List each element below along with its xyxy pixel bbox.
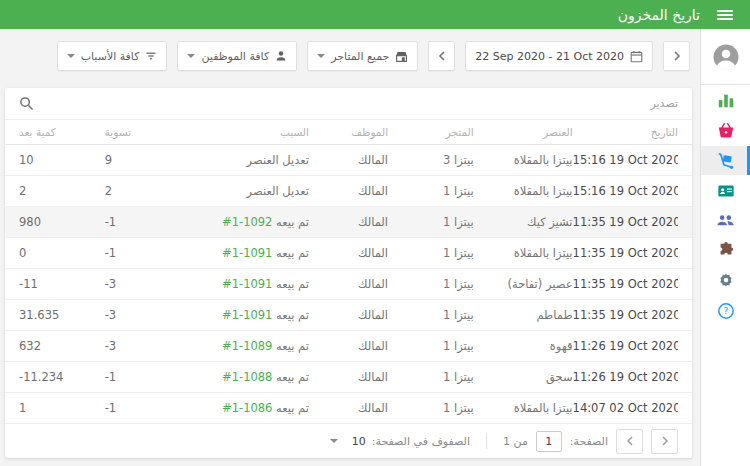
cell-store: بيتزا 1 [388,246,474,260]
reasons-filter-dropdown[interactable]: كافة الأسباب [57,41,168,71]
export-button[interactable]: تصدير [650,97,678,110]
chevron-right-icon [661,436,669,446]
gear-icon [717,272,735,290]
cell-stock-after: 980 [19,215,105,229]
cell-employee: المالك [309,215,388,229]
next-page-button[interactable] [651,429,678,454]
chevron-down-icon [67,54,75,58]
cell-date: 11:35 19 Oct 2020 [573,215,678,229]
column-header-store: المتجر [388,126,474,138]
receipt-link[interactable]: #1-1091 [222,308,272,322]
sidebar-item-apps[interactable] [701,236,750,265]
sidebar-item-settings[interactable] [701,266,750,295]
reason-text: تم بيعه [276,215,309,229]
help-icon: ? [717,302,735,320]
cell-employee: المالك [309,308,388,322]
cell-item: بيتزا بالمقلاة [474,153,573,167]
reasons-filter-label: كافة الأسباب [81,50,140,63]
stores-filter-dropdown[interactable]: جميع المتاجر [307,41,418,71]
chevron-left-icon [438,51,446,61]
cell-item: سجق [474,370,573,384]
table-row[interactable]: 11:26 19 Oct 2020 قهوة بيتزا 1 المالك تم… [5,331,692,362]
sidebar-item-customers[interactable] [701,176,750,205]
cell-stock-after: 10 [19,153,105,167]
search-button[interactable] [19,96,34,111]
reason-text: تعديل العنصر [247,153,309,167]
cell-store: بيتزا 1 [388,401,474,415]
cell-reason: تعديل العنصر [177,184,309,198]
employees-filter-label: كافة الموظفين [201,50,269,63]
reason-text: تم بيعه [276,370,309,384]
cell-stock-after: -11.234 [19,370,105,384]
sidebar-item-help[interactable]: ? [701,296,750,325]
svg-text:?: ? [723,306,728,316]
date-next-button[interactable] [663,41,690,71]
table-row[interactable]: 15:16 19 Oct 2020 بيتزا بالمقلاة بيتزا 3… [5,145,692,176]
cell-date: 15:16 19 Oct 2020 [573,184,678,198]
chevron-left-icon [626,436,634,446]
date-prev-button[interactable] [428,41,455,71]
cell-item: بيتزا بالمقلاة [474,246,573,260]
cell-item: طماطم [474,308,573,322]
sidebar-item-employees[interactable] [701,206,750,235]
table-row[interactable]: 11:35 19 Oct 2020 طماطم بيتزا 1 المالك ت… [5,300,692,331]
page-of-label: من 1 [503,435,528,448]
cell-item: تشيز كيك [474,215,573,229]
chevron-right-icon [673,51,681,61]
hamburger-icon [717,8,733,22]
table-row[interactable]: 11:35 19 Oct 2020 عصير (تفاحة) بيتزا 1 ا… [5,269,692,300]
people-icon [716,211,735,230]
page-number-input[interactable] [536,431,562,452]
rows-per-page-select[interactable]: الصفوف في الصفحة: 10 [330,435,470,448]
store-icon [395,50,408,63]
cell-store: بيتزا 1 [388,370,474,384]
column-header-reason: السبب [177,126,309,138]
sidebar-item-sales[interactable] [701,116,750,145]
cell-adjustment: 9 [105,153,177,167]
receipt-link[interactable]: #1-1091 [222,277,272,291]
stores-filter-label: جميع المتاجر [331,50,389,63]
sidebar-item-account[interactable] [701,29,750,85]
cell-store: بيتزا 1 [388,339,474,353]
cell-reason: تم بيعه #1-1089 [177,339,309,353]
cell-adjustment: -3 [105,308,177,322]
prev-page-button[interactable] [616,429,643,454]
column-header-date: التاريخ [573,126,678,138]
date-range-button[interactable]: 22 Sep 2020 - 21 Oct 2020 [465,41,653,71]
receipt-link[interactable]: #1-1088 [222,370,272,384]
table-row[interactable]: 11:26 19 Oct 2020 سجق بيتزا 1 المالك تم … [5,362,692,393]
cell-employee: المالك [309,401,388,415]
table-header-row: التاريخ العنصر المتجر الموظف السبب تسوية… [5,120,692,145]
cell-stock-after: 2 [19,184,105,198]
sidebar-item-reports[interactable] [701,86,750,115]
cell-item: بيتزا بالمقلاة [474,401,573,415]
reason-text: تم بيعه [276,308,309,322]
receipt-link[interactable]: #1-1092 [222,215,272,229]
cell-date: 14:07 02 Oct 2020 [573,401,678,415]
receipt-link[interactable]: #1-1086 [222,401,272,415]
cell-employee: المالك [309,153,388,167]
employees-filter-dropdown[interactable]: كافة الموظفين [177,41,297,71]
cell-reason: تم بيعه #1-1086 [177,401,309,415]
sidebar-item-inventory[interactable] [701,146,750,175]
cell-adjustment: -3 [105,277,177,291]
table-row[interactable]: 14:07 02 Oct 2020 بيتزا بالمقلاة بيتزا 1… [5,393,692,424]
receipt-link[interactable]: #1-1089 [222,339,272,353]
table-row[interactable]: 15:16 19 Oct 2020 بيتزا بالمقلاة بيتزا 1… [5,176,692,207]
cell-item: بيتزا بالمقلاة [474,184,573,198]
cell-stock-after: 0 [19,246,105,260]
cell-employee: المالك [309,184,388,198]
receipt-link[interactable]: #1-1091 [222,246,272,260]
calendar-icon [630,50,643,63]
cell-reason: تم بيعه #1-1091 [177,308,309,322]
cell-stock-after: 632 [19,339,105,353]
cell-item: عصير (تفاحة) [474,277,573,291]
cell-item: قهوة [474,339,573,353]
cell-store: بيتزا 3 [388,153,474,167]
cell-adjustment: -1 [105,246,177,260]
menu-button[interactable] [700,0,750,29]
table-row[interactable]: 11:35 19 Oct 2020 بيتزا بالمقلاة بيتزا 1… [5,238,692,269]
cell-stock-after: -11 [19,277,105,291]
cell-date: 15:16 19 Oct 2020 [573,153,678,167]
table-row[interactable]: 11:35 19 Oct 2020 تشيز كيك بيتزا 1 المال… [5,207,692,238]
